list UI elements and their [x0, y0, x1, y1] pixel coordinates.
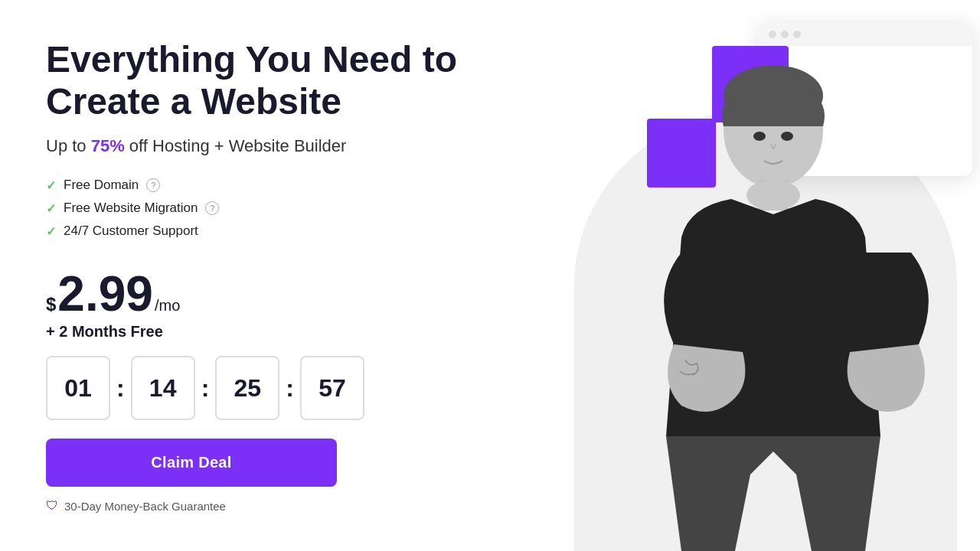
dollar-sign: $ [46, 295, 56, 314]
feature-domain: ✓ Free Domain ? [46, 178, 493, 193]
feature-domain-text: Free Domain [64, 178, 139, 193]
browser-dot-3 [793, 31, 801, 38]
price-line: $ 2.99 /mo [46, 269, 493, 318]
info-icon-migration[interactable]: ? [205, 201, 219, 215]
countdown-hours: 01 [46, 356, 110, 420]
guarantee-text: 30-Day Money-Back Guarantee [64, 500, 226, 513]
browser-dot-1 [769, 31, 776, 38]
pricing-block: $ 2.99 /mo + 2 Months Free [46, 269, 493, 341]
right-section [539, 0, 980, 551]
price-amount: 2.99 [57, 269, 153, 318]
check-icon-migration: ✓ [46, 201, 56, 216]
shield-icon: 🛡 [46, 499, 58, 513]
subtitle-prefix: Up to [46, 136, 91, 155]
subtitle: Up to 75% off Hosting + Website Builder [46, 136, 493, 156]
feature-migration: ✓ Free Website Migration ? [46, 201, 493, 216]
main-heading: Everything You Need to Create a Website [46, 38, 493, 122]
heading-line1: Everything You Need to [46, 39, 457, 80]
countdown-sep-1: : [116, 374, 125, 403]
person-svg [612, 54, 934, 551]
heading-line2: Create a Website [46, 81, 341, 122]
countdown-ms: 57 [300, 356, 364, 420]
features-list: ✓ Free Domain ? ✓ Free Website Migration… [46, 178, 493, 246]
countdown-timer: 01 : 14 : 25 : 57 [46, 356, 493, 420]
check-icon-support: ✓ [46, 224, 56, 239]
feature-migration-text: Free Website Migration [64, 201, 198, 216]
left-content: Everything You Need to Create a Website … [0, 0, 539, 551]
countdown-minutes: 14 [131, 356, 195, 420]
countdown-seconds: 25 [215, 356, 279, 420]
guarantee-block: 🛡 30-Day Money-Back Guarantee [46, 499, 493, 513]
claim-deal-button[interactable]: Claim Deal [46, 439, 337, 487]
subtitle-highlight: 75% [91, 136, 125, 155]
countdown-sep-3: : [286, 374, 294, 403]
svg-point-5 [781, 132, 793, 141]
person-figure [612, 54, 934, 551]
browser-dot-2 [781, 31, 789, 38]
feature-support-text: 24/7 Customer Support [64, 223, 198, 239]
info-icon-domain[interactable]: ? [146, 178, 160, 192]
price-period: /mo [155, 297, 180, 315]
svg-point-4 [753, 132, 766, 141]
check-icon-domain: ✓ [46, 178, 56, 193]
months-free: + 2 Months Free [46, 323, 493, 341]
feature-support: ✓ 24/7 Customer Support [46, 223, 493, 239]
browser-bar [758, 23, 972, 46]
subtitle-suffix: off Hosting + Website Builder [125, 136, 347, 155]
svg-point-3 [746, 180, 800, 210]
countdown-sep-2: : [201, 374, 210, 403]
